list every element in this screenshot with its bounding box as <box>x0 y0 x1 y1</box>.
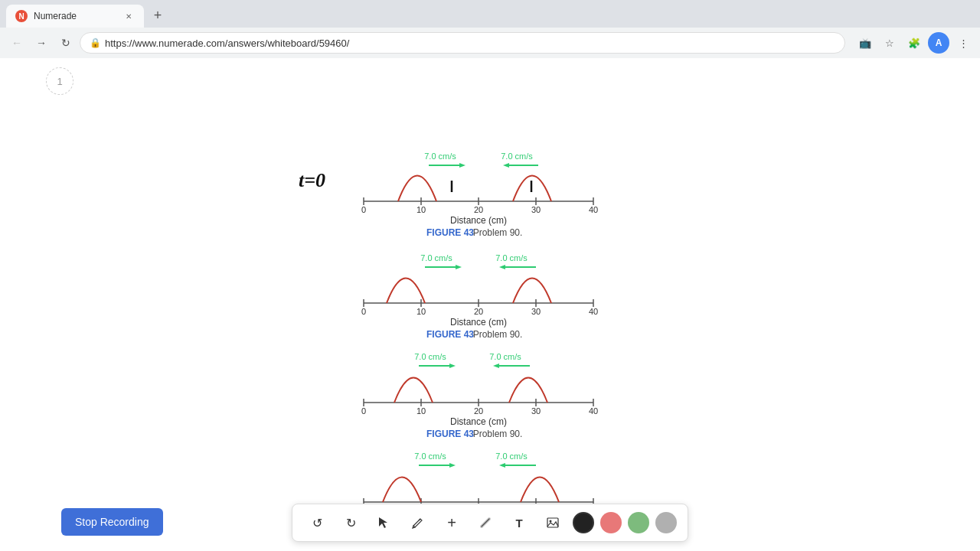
svg-text:7.0 cm/s: 7.0 cm/s <box>420 253 452 262</box>
back-button[interactable]: ← <box>6 32 28 54</box>
pen-tool-button[interactable] <box>404 509 432 536</box>
redo-button[interactable]: ↻ <box>337 509 364 536</box>
svg-text:10: 10 <box>416 205 426 214</box>
svg-text:0: 0 <box>361 307 366 316</box>
active-tab[interactable]: N Numerade ✕ <box>6 5 144 28</box>
svg-text:40: 40 <box>589 307 598 316</box>
add-button[interactable]: + <box>438 509 466 536</box>
color-black[interactable] <box>573 512 594 533</box>
svg-text:Distance (cm): Distance (cm) <box>450 317 507 328</box>
tab-title: Numerade <box>34 11 77 21</box>
svg-text:7.0 cm/s: 7.0 cm/s <box>489 352 521 361</box>
svg-point-85 <box>550 520 552 523</box>
profile-icon[interactable]: A <box>928 32 949 54</box>
svg-text:7.0 cm/s: 7.0 cm/s <box>424 152 456 161</box>
address-bar-row: ← → ↻ 🔒 https://www.numerade.com/answers… <box>0 28 980 58</box>
svg-text:Distance (cm): Distance (cm) <box>450 215 507 226</box>
bottom-toolbar: ↺ ↻ + T <box>292 504 688 542</box>
star-icon[interactable]: ☆ <box>879 32 900 54</box>
svg-text:30: 30 <box>531 205 541 214</box>
svg-text:7.0 cm/s: 7.0 cm/s <box>414 352 446 361</box>
stop-recording-button[interactable]: Stop Recording <box>61 508 163 536</box>
svg-marker-14 <box>459 163 466 168</box>
svg-marker-59 <box>493 364 499 368</box>
browser-toolbar-icons: 📺 ☆ 🧩 A ⋮ <box>854 32 974 54</box>
svg-text:Problem 90.: Problem 90. <box>473 329 523 340</box>
svg-text:40: 40 <box>589 205 598 214</box>
svg-marker-82 <box>379 517 387 528</box>
url-text: https://www.numerade.com/answers/whitebo… <box>105 37 349 49</box>
svg-text:7.0 cm/s: 7.0 cm/s <box>495 253 528 262</box>
svg-text:Problem 90.: Problem 90. <box>473 227 523 238</box>
svg-text:FIGURE 43: FIGURE 43 <box>426 429 474 439</box>
color-pink[interactable] <box>600 512 622 533</box>
refresh-button[interactable]: ↻ <box>55 32 77 54</box>
address-bar[interactable]: 🔒 https://www.numerade.com/answers/white… <box>80 32 845 54</box>
svg-text:FIGURE 43: FIGURE 43 <box>426 227 474 238</box>
svg-marker-17 <box>503 163 509 168</box>
svg-text:FIGURE 43: FIGURE 43 <box>426 329 474 340</box>
extension-icon[interactable]: 🧩 <box>903 32 925 54</box>
lock-icon: 🔒 <box>90 37 100 48</box>
image-tool-button[interactable] <box>539 509 567 536</box>
menu-icon[interactable]: ⋮ <box>952 32 974 54</box>
tab-bar: N Numerade ✕ + <box>0 0 980 28</box>
forward-button[interactable]: → <box>31 32 52 54</box>
svg-text:Problem 90.: Problem 90. <box>473 429 523 439</box>
browser-window: N Numerade ✕ + ← → ↻ 🔒 https://www.numer… <box>0 0 980 551</box>
svg-text:20: 20 <box>474 307 483 316</box>
svg-text:0: 0 <box>361 205 366 214</box>
svg-text:10: 10 <box>416 406 426 416</box>
svg-text:10: 10 <box>416 307 426 316</box>
undo-button[interactable]: ↺ <box>303 509 331 536</box>
cast-icon[interactable]: 📺 <box>854 32 876 54</box>
svg-text:30: 30 <box>531 406 541 416</box>
svg-marker-36 <box>456 265 462 269</box>
svg-text:7.0 cm/s: 7.0 cm/s <box>495 452 528 461</box>
whiteboard: 1 t=0 0 10 20 30 <box>0 58 980 551</box>
select-tool-button[interactable] <box>371 509 398 536</box>
tab-favicon: N <box>15 10 28 22</box>
svg-marker-79 <box>499 463 505 468</box>
svg-text:20: 20 <box>474 406 483 416</box>
page-content: 1 t=0 0 10 20 30 <box>0 58 980 551</box>
svg-text:7.0 cm/s: 7.0 cm/s <box>501 152 533 161</box>
new-tab-button[interactable]: + <box>147 5 168 26</box>
color-gray[interactable] <box>655 512 677 533</box>
svg-marker-39 <box>499 265 505 269</box>
color-green[interactable] <box>628 512 649 533</box>
svg-marker-76 <box>449 463 456 468</box>
svg-text:0: 0 <box>361 406 366 416</box>
svg-line-83 <box>419 519 420 520</box>
svg-text:Distance (cm): Distance (cm) <box>450 416 507 427</box>
svg-marker-56 <box>449 364 456 368</box>
highlight-tool-button[interactable] <box>472 509 499 536</box>
tab-close-button[interactable]: ✕ <box>122 10 135 22</box>
svg-text:20: 20 <box>474 205 483 214</box>
svg-text:40: 40 <box>589 406 598 416</box>
svg-text:7.0 cm/s: 7.0 cm/s <box>414 452 446 461</box>
svg-text:30: 30 <box>531 307 541 316</box>
diagrams-svg: 0 10 20 30 40 Distance (cm) 7.0 cm/s 7.0… <box>0 58 980 551</box>
text-tool-button[interactable]: T <box>505 509 533 536</box>
